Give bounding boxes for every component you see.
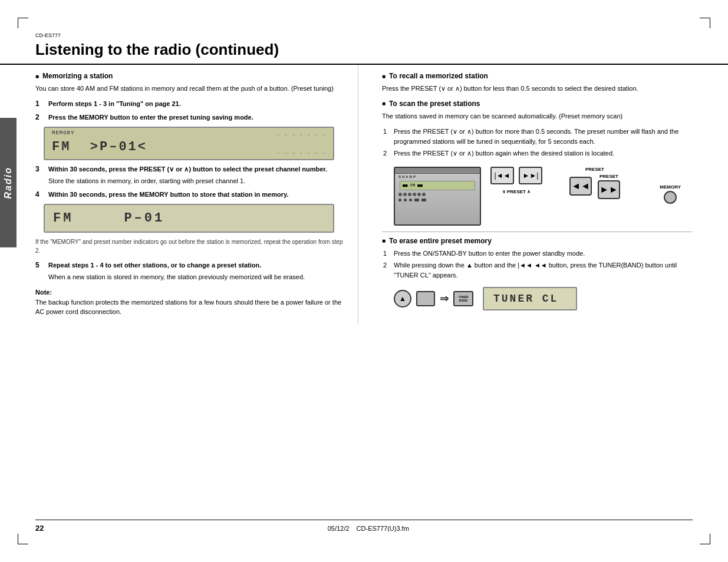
stereo-btn-2 <box>403 193 407 196</box>
step-4: 4 Within 30 seconds, press the MEMORY bu… <box>35 190 346 199</box>
lcd1-main-text: FM >P–01< <box>52 140 147 154</box>
step-3-number: 3 <box>35 165 44 186</box>
stereo-unit: SHARP ■■ FM ■■ <box>394 167 481 226</box>
scan-step-2-text: Press the PRESET (∨ or ∧) button again w… <box>394 148 614 158</box>
preset-left-btn: ◄◄ <box>569 177 592 196</box>
blank-btn <box>416 291 435 306</box>
erase-step-2-num: 2 <box>383 260 390 280</box>
device-illustration: SHARP ■■ FM ■■ <box>394 167 693 226</box>
dot-e <box>421 199 426 201</box>
step-2-text: Press the MEMORY button to enter the pre… <box>48 113 346 122</box>
page-title: Listening to the radio (continued) <box>35 41 279 59</box>
erase-section-title: To erase entire preset memory <box>382 237 693 245</box>
step-2: 2 Press the MEMORY button to enter the p… <box>35 113 346 122</box>
stereo-btn-1 <box>398 193 402 196</box>
stereo-display: ■■ FM ■■ <box>400 181 475 190</box>
step-2-content: Press the MEMORY button to enter the pre… <box>48 113 346 122</box>
dot-c <box>409 199 412 201</box>
step-3-text: Within 30 seconds, press the PRESET (∨ o… <box>48 165 346 174</box>
note-body: The backup function protects the memoriz… <box>35 299 341 316</box>
step-1: 1 Perform steps 1 - 3 in "Tuning" on pag… <box>35 100 346 108</box>
step-4-content: Within 30 seconds, press the MEMORY butt… <box>48 190 346 199</box>
band-label: BAND <box>459 299 467 302</box>
scan-step-1-text: Press the PRESET (∨ or ∧) button for mor… <box>394 127 693 146</box>
tuner-cl-text: TUNER CL <box>493 293 558 305</box>
scan-step-2-num: 2 <box>383 148 390 158</box>
step-5-detail: When a new station is stored in memory, … <box>48 273 346 282</box>
lcd-note-text: If the "MEMORY" and preset number indica… <box>35 237 346 255</box>
stereo-btn-5 <box>417 193 421 196</box>
scan-step-1: 1 Press the PRESET (∨ or ∧) button for m… <box>383 127 693 146</box>
dot-b <box>404 199 407 201</box>
step-5-number: 5 <box>35 261 44 282</box>
step-5-content: Repeat steps 1 - 4 to set other stations… <box>48 261 346 282</box>
preset-left-btn-grp: ◄◄ <box>569 177 592 196</box>
dot-d <box>414 199 419 201</box>
stereo-btn-6 <box>422 193 426 196</box>
corner-mark-br <box>700 534 710 544</box>
step-3: 3 Within 30 seconds, press the PRESET (∨… <box>35 165 346 186</box>
memory-circle-btn <box>664 191 677 204</box>
preset-right-btn: ►► <box>598 180 620 199</box>
preset-btns: ◄◄ PRESET ►► <box>569 174 620 199</box>
stereo-btn-3 <box>408 193 411 196</box>
arrow-right-symbol: ⇒ <box>440 292 449 305</box>
content-area: Memorizing a station You can store 40 AM… <box>0 65 728 324</box>
stereo-brand: SHARP <box>395 174 480 180</box>
erase-step-1-num: 1 <box>383 249 390 259</box>
radio-tab: Radio <box>0 118 17 247</box>
scan-step-1-num: 1 <box>383 127 390 146</box>
lcd1-dots-bottom: . . . . . . . <box>277 150 326 156</box>
preset-right-btn-grp: PRESET ►► <box>598 174 620 199</box>
lcd-display-1: MEMORY . . . . . . . . . . . . . . FM >P… <box>44 127 334 160</box>
scan-step-2: 2 Press the PRESET (∨ or ∧) button again… <box>383 148 693 158</box>
right-arrows: |◄◄ ►►| ∨ PRESET ∧ <box>490 167 542 194</box>
step-1-content: Perform steps 1 - 3 in "Tuning" on page … <box>48 100 346 108</box>
erase-step-2-text: While pressing down the ▲ button and the… <box>394 260 693 280</box>
footer-info: 05/12/2 CD-ES777(U)3.fm <box>328 525 409 532</box>
erase-steps-list: 1 Press the ON/STAND-BY button to enter … <box>383 249 693 280</box>
step-5-text: Repeat steps 1 - 4 to set other stations… <box>48 261 346 270</box>
footer-date: 05/12/2 <box>328 525 350 532</box>
step-3-detail: Store the stations in memory, in order, … <box>48 177 346 186</box>
scan-section-title: To scan the preset stations <box>382 100 693 108</box>
corner-mark-tl <box>18 18 28 28</box>
step-1-number: 1 <box>35 100 44 108</box>
lcd-display-2: FM P–01 <box>44 204 334 233</box>
erase-step-2: 2 While pressing down the ▲ button and t… <box>383 260 693 280</box>
step-4-number: 4 <box>35 190 44 199</box>
footer-model: CD-ES777(U)3.fm <box>357 525 409 532</box>
forward-arrow-btn: ►►| <box>519 167 542 184</box>
section-divider <box>382 232 693 232</box>
memory-label: MEMORY <box>660 184 681 190</box>
radio-tab-label: Radio <box>3 167 14 199</box>
lcd1-dots-top: . . . . . . . <box>277 131 326 137</box>
stereo-top-bar <box>395 168 480 174</box>
erase-step-1: 1 Press the ON/STAND-BY button to enter … <box>383 249 693 259</box>
step-1-text: Perform steps 1 - 3 in "Tuning" on page … <box>48 100 346 108</box>
step-5: 5 Repeat steps 1 - 4 to set other statio… <box>35 261 346 282</box>
note-section: Note: The backup function protects the m… <box>35 287 346 317</box>
stereo-unit-block: SHARP ■■ FM ■■ <box>394 167 481 226</box>
step-2-number: 2 <box>35 113 44 122</box>
left-column: Memorizing a station You can store 40 AM… <box>35 65 358 324</box>
lcd2-text: FM P–01 <box>53 211 164 226</box>
erase-step-1-text: Press the ON/STAND-BY button to enter th… <box>394 249 585 259</box>
tuner-band-btn: TUNER BAND <box>453 291 473 306</box>
page-header: CD-ES777 Listening to the radio (continu… <box>0 0 728 65</box>
preset-v-label: ∨ PRESET ∧ <box>490 189 542 194</box>
erase-illustration: ▲ ⇒ TUNER BAND TUNER CL <box>394 287 693 310</box>
page-footer: 22 05/12/2 CD-ES777(U)3.fm <box>35 520 693 533</box>
stereo-btn-4 <box>413 193 416 196</box>
model-number: CD-ES777 <box>35 32 279 38</box>
page-wrapper: Radio CD-ES777 Listening to the radio (c… <box>0 0 728 562</box>
remote-area: PRESET ◄◄ PRESET ►► <box>569 167 620 199</box>
corner-mark-bl <box>18 534 28 544</box>
rewind-arrow-btn: |◄◄ <box>490 167 514 184</box>
corner-mark-tr <box>700 18 710 28</box>
note-title: Note: <box>35 289 52 296</box>
preset-right-label: PRESET <box>599 174 618 179</box>
stereo-dot-row2 <box>395 197 480 203</box>
scan-steps-list: 1 Press the PRESET (∨ or ∧) button for m… <box>383 127 693 158</box>
stereo-buttons <box>395 191 480 197</box>
